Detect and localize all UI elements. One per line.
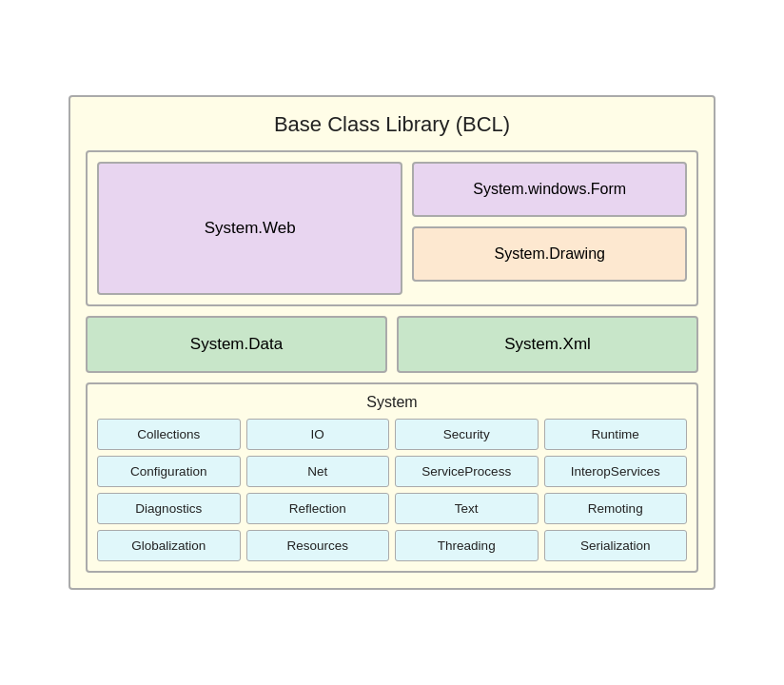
system-cell-remoting: Remoting xyxy=(544,493,688,524)
system-cell-reflection: Reflection xyxy=(246,493,390,524)
right-column: System.windows.Form System.Drawing xyxy=(412,162,687,295)
system-cell-io: IO xyxy=(246,419,390,450)
system-cell-resources: Resources xyxy=(246,530,390,561)
system-cell-collections: Collections xyxy=(97,419,241,450)
system-cell-interopservices: InteropServices xyxy=(544,456,688,487)
system-windows-form: System.windows.Form xyxy=(412,162,687,217)
system-cell-security: Security xyxy=(395,419,539,450)
system-cell-configuration: Configuration xyxy=(97,456,241,487)
system-cell-net: Net xyxy=(246,456,390,487)
middle-section: System.Data System.Xml xyxy=(86,316,698,373)
system-data: System.Data xyxy=(86,316,387,373)
system-cell-serialization: Serialization xyxy=(544,530,688,561)
system-drawing: System.Drawing xyxy=(412,226,687,282)
system-cell-threading: Threading xyxy=(395,530,539,561)
system-label: System xyxy=(97,394,687,411)
system-cell-text: Text xyxy=(395,493,539,524)
top-section: System.Web System.windows.Form System.Dr… xyxy=(86,150,698,306)
system-cell-globalization: Globalization xyxy=(97,530,241,561)
bcl-title: Base Class Library (BCL) xyxy=(86,112,698,137)
system-web: System.Web xyxy=(97,162,402,295)
system-cell-diagnostics: Diagnostics xyxy=(97,493,241,524)
system-section: System CollectionsIOSecurityRuntimeConfi… xyxy=(86,382,698,573)
system-cell-serviceprocess: ServiceProcess xyxy=(395,456,539,487)
system-grid: CollectionsIOSecurityRuntimeConfiguratio… xyxy=(97,419,687,561)
bcl-container: Base Class Library (BCL) System.Web Syst… xyxy=(69,95,715,590)
system-xml: System.Xml xyxy=(397,316,698,373)
system-cell-runtime: Runtime xyxy=(544,419,688,450)
